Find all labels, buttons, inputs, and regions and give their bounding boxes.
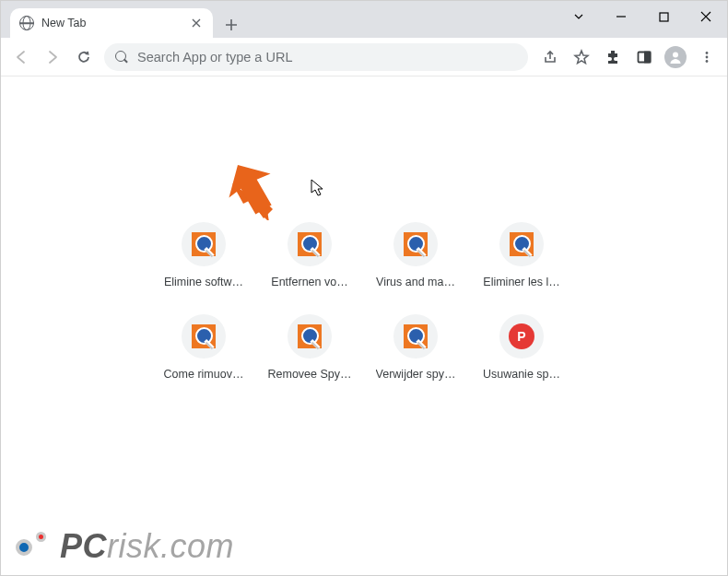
profile-avatar[interactable] xyxy=(661,42,690,72)
shortcut-label: Verwijder spy… xyxy=(376,368,456,381)
back-button[interactable] xyxy=(6,42,36,72)
toolbar xyxy=(1,38,727,76)
annotation-arrow xyxy=(225,165,280,220)
shortcut-tile[interactable]: Virus and ma… xyxy=(364,222,467,288)
bookmark-star-icon[interactable] xyxy=(567,42,596,72)
watermark-logo-icon xyxy=(14,528,58,565)
svg-point-4 xyxy=(706,52,709,54)
shortcut-icon xyxy=(393,314,438,359)
cursor-icon xyxy=(311,179,325,197)
new-tab-page: Elimine softw… Entfernen vo… Virus and m… xyxy=(1,76,727,576)
browser-tab[interactable]: New Tab xyxy=(10,8,213,38)
shortcut-tile[interactable]: Elimine softw… xyxy=(152,222,255,288)
shortcut-tile[interactable]: P Usuwanie sp… xyxy=(470,314,573,381)
shortcut-label: Removee Spy… xyxy=(267,368,351,381)
search-icon xyxy=(115,51,128,64)
titlebar: New Tab xyxy=(1,1,727,38)
shortcut-tile[interactable]: Entfernen vo… xyxy=(258,222,361,288)
watermark-text: PCrisk.com xyxy=(60,527,234,566)
shortcut-label: Eliminer les l… xyxy=(483,276,559,288)
maximize-button[interactable] xyxy=(642,1,685,32)
toolbar-right xyxy=(535,42,722,72)
omnibox[interactable] xyxy=(104,43,528,71)
extensions-icon[interactable] xyxy=(598,42,628,72)
forward-button[interactable] xyxy=(38,42,67,72)
menu-button[interactable] xyxy=(692,42,722,72)
shortcut-tile[interactable]: Come rimuov… xyxy=(152,314,255,381)
globe-icon xyxy=(19,16,34,30)
shortcut-tile[interactable]: Verwijder spy… xyxy=(364,314,467,381)
tab-title: New Tab xyxy=(41,17,189,29)
svg-rect-2 xyxy=(645,52,651,62)
svg-point-3 xyxy=(673,52,678,57)
svg-rect-0 xyxy=(660,13,668,21)
shortcut-icon xyxy=(182,314,226,359)
shortcut-label: Virus and ma… xyxy=(376,276,455,288)
caret-down-icon[interactable] xyxy=(558,1,600,32)
shortcut-icon xyxy=(393,222,438,266)
shortcut-tile[interactable]: Eliminer les l… xyxy=(470,222,573,288)
shortcut-label: Usuwanie sp… xyxy=(483,368,560,381)
shortcut-icon xyxy=(288,314,332,359)
shortcut-tile[interactable]: Removee Spy… xyxy=(258,314,361,381)
shortcut-icon xyxy=(288,222,332,266)
shortcut-label: Come rimuov… xyxy=(164,368,244,381)
close-window-button[interactable] xyxy=(685,1,727,32)
share-icon[interactable] xyxy=(535,42,565,72)
shortcut-icon xyxy=(182,222,226,266)
close-tab-icon[interactable] xyxy=(189,16,204,30)
shortcuts-grid: Elimine softw… Entfernen vo… Virus and m… xyxy=(152,222,576,381)
sidepanel-icon[interactable] xyxy=(629,42,659,72)
svg-marker-8 xyxy=(220,158,285,222)
reload-button[interactable] xyxy=(69,42,99,72)
tab-strip: New Tab xyxy=(1,1,244,38)
omnibox-input[interactable] xyxy=(137,50,517,65)
window-controls xyxy=(558,1,727,32)
shortcut-label: Elimine softw… xyxy=(164,276,243,288)
shortcut-icon: P xyxy=(499,314,544,359)
new-tab-button[interactable] xyxy=(218,12,244,38)
svg-point-5 xyxy=(706,55,709,58)
letter-icon: P xyxy=(509,323,534,349)
shortcut-label: Entfernen vo… xyxy=(271,276,347,288)
svg-point-6 xyxy=(706,60,709,63)
watermark: PCrisk.com xyxy=(14,527,234,566)
shortcut-icon xyxy=(499,222,544,266)
annotation-arrow-icon xyxy=(220,158,285,222)
minimize-button[interactable] xyxy=(600,1,642,32)
